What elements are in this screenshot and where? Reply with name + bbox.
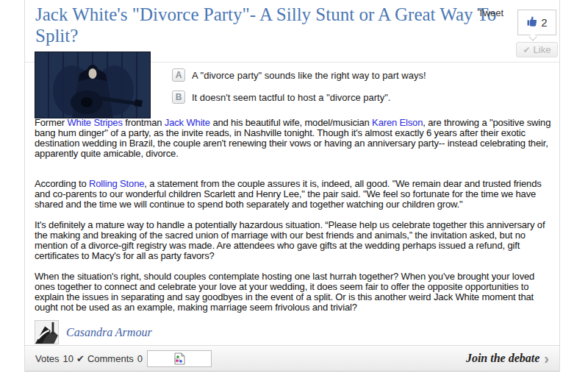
- thumbs-up-icon: [526, 15, 538, 30]
- comments-stat: Comments 0: [87, 353, 143, 364]
- broken-image-icon: [174, 352, 185, 365]
- inline-link[interactable]: Jack White: [165, 117, 210, 128]
- article-photo: [35, 52, 151, 118]
- like-button[interactable]: ✔ Like: [516, 42, 558, 57]
- like-button-label: Like: [534, 44, 551, 55]
- footer-bar: Votes 10 ✔ Comments 0 Join the debate ›: [25, 345, 559, 371]
- votes-check-icon: ✔: [76, 353, 85, 364]
- author-byline: Casandra Armour: [35, 320, 152, 344]
- article-body: Former White Stripes frontman Jack White…: [35, 118, 553, 323]
- option-b-label: It doesn't seem tactful to host a "divor…: [192, 92, 390, 103]
- article-paragraph: Former White Stripes frontman Jack White…: [35, 118, 553, 159]
- page-title: Jack White's "Divorce Party"- A Silly St…: [35, 4, 509, 46]
- poll-option-a[interactable]: A A "divorce party" sounds like the righ…: [172, 68, 426, 82]
- like-count-bubble: 2: [517, 10, 556, 35]
- tweet-button[interactable]: Tweet: [478, 7, 503, 18]
- option-a-label: A "divorce party" sounds like the right …: [192, 70, 426, 81]
- text-run: Former: [35, 117, 67, 128]
- inline-link[interactable]: Karen Elson: [372, 117, 423, 128]
- broken-image-placeholder: [147, 350, 212, 367]
- join-debate-label: Join the debate: [466, 352, 539, 365]
- comments-label: Comments: [87, 353, 134, 364]
- votes-stat: Votes 10: [35, 353, 74, 364]
- author-name-link[interactable]: Casandra Armour: [66, 326, 152, 339]
- article-card: Jack White's "Divorce Party"- A Silly St…: [24, 0, 560, 372]
- text-run: It's definitely a mature way to handle a…: [35, 219, 545, 261]
- poll-option-b[interactable]: B It doesn't seem tactful to host a "div…: [172, 91, 390, 104]
- text-run: and his beautiful wife, model/musician: [210, 117, 372, 128]
- option-a-badge: A: [172, 68, 185, 82]
- join-debate-link[interactable]: Join the debate ›: [466, 351, 549, 366]
- comments-count: 0: [137, 353, 143, 364]
- option-b-badge: B: [172, 91, 185, 104]
- article-paragraph: It's definitely a mature way to handle a…: [35, 220, 553, 261]
- text-run: When the situation's right, should coupl…: [35, 271, 534, 313]
- article-paragraph: According to Rolling Stone, a statement …: [35, 179, 553, 210]
- article-paragraph: When the situation's right, should coupl…: [35, 272, 553, 313]
- text-run: frontman: [123, 117, 165, 128]
- chevron-right-icon: ›: [544, 351, 549, 366]
- inline-link[interactable]: Rolling Stone: [89, 178, 144, 189]
- votes-count: 10: [63, 353, 74, 364]
- inline-link[interactable]: White Stripes: [67, 117, 122, 128]
- votes-label: Votes: [35, 353, 60, 364]
- text-run: According to: [35, 178, 89, 189]
- like-count: 2: [541, 16, 547, 29]
- author-avatar[interactable]: [35, 320, 59, 344]
- check-icon: ✔: [523, 45, 531, 55]
